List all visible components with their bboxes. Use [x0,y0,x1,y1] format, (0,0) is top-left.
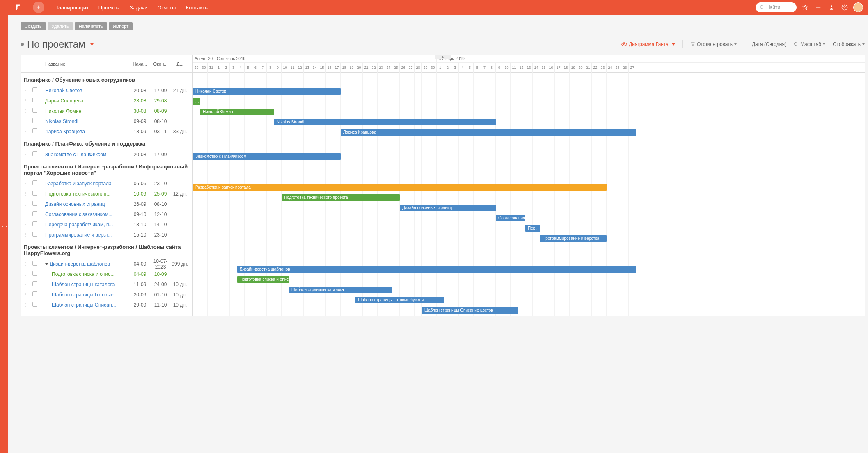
drag-handle[interactable]: ⋮⋮ [24,98,30,103]
expand-toggle[interactable] [45,263,48,265]
nav-Задачи[interactable]: Задачи [125,5,153,11]
gantt-bar[interactable]: Дизайн основных страниц [400,205,496,211]
row-checkbox[interactable] [32,180,37,185]
gantt-bar[interactable]: Подготовка технического проекта [282,194,400,201]
drag-handle[interactable]: ⋮⋮ [24,109,30,113]
add-button[interactable]: + [33,2,44,13]
nav-Отчеты[interactable]: Отчеты [152,5,181,11]
nav-Проекты[interactable]: Проекты [94,5,125,11]
gantt-bar[interactable]: Шаблон страницы каталога [289,287,392,293]
task-name[interactable]: Программирование и верст... [40,232,130,238]
drag-handle[interactable]: ⋮⋮ [24,222,30,227]
gantt-bar[interactable]: Николай Фомин [200,109,274,115]
task-name[interactable]: Дизайн-верстка шаблонов [40,261,130,267]
row-checkbox[interactable] [32,211,37,216]
drag-handle[interactable]: ⋮⋮ [24,272,30,276]
gantt-bar[interactable]: ... [193,98,200,105]
gantt-bar[interactable]: Лариса Кравцова [341,129,636,136]
gantt-bar[interactable]: Согласования... [496,215,525,221]
row-checkbox[interactable] [32,232,37,237]
drag-handle[interactable]: ⋮⋮ [24,303,30,307]
gantt-bar[interactable]: Знакомство с ПланФиксом [193,153,341,160]
help-icon[interactable] [840,3,849,12]
task-name[interactable]: Разработка и запуск портала [40,181,130,187]
task-name[interactable]: Подготовка технического п... [40,191,130,197]
drag-handle[interactable]: ⋮⋮ [24,292,30,297]
drag-handle[interactable]: ⋮⋮ [24,181,30,186]
row-checkbox[interactable] [32,98,37,102]
task-name[interactable]: Знакомство с ПланФиксом [40,152,130,157]
row-checkbox[interactable] [32,87,37,92]
row-checkbox[interactable] [32,291,37,296]
col-dur[interactable]: Д... [176,61,183,67]
drag-handle[interactable]: ⋮⋮ [24,282,30,287]
page-title[interactable]: По проектам [21,39,94,50]
task-name[interactable]: Шаблон страницы Описан... [40,302,130,308]
date-button[interactable]: Дата (Сегодня) [752,41,786,47]
drag-handle[interactable]: ⋮⋮ [24,262,30,266]
task-name[interactable]: Лариса Кравцова [40,129,130,134]
collapse-handle[interactable]: ▲ [435,55,451,59]
row-checkbox[interactable] [32,191,37,196]
nav-Планировщик[interactable]: Планировщик [49,5,94,11]
task-name[interactable]: Согласования с заказчиком... [40,212,130,217]
row-checkbox[interactable] [32,221,37,226]
nav-Контакты[interactable]: Контакты [181,5,213,11]
gantt-bar[interactable]: Программирование и верстка [540,235,607,242]
row-checkbox[interactable] [32,281,37,286]
col-end[interactable]: Окон... [153,61,168,67]
task-name[interactable]: Подготовка списка и опис... [40,271,130,277]
side-expand-dots[interactable]: ⋮ [2,223,8,230]
delete-button[interactable]: Удалить [48,22,73,30]
rocket-icon[interactable] [827,3,836,12]
display-button[interactable]: Отображать [833,41,865,47]
row-checkbox[interactable] [32,118,37,123]
drag-handle[interactable]: ⋮⋮ [24,191,30,196]
select-all-checkbox[interactable] [30,61,34,66]
menu-icon[interactable] [814,3,823,12]
gantt-bar[interactable]: Николай Светов [193,88,341,95]
drag-handle[interactable]: ⋮⋮ [24,202,30,206]
task-name[interactable]: Николай Светов [40,88,130,93]
task-name[interactable]: Дизайн основных страниц [40,201,130,207]
search-input[interactable]: Найти [756,2,797,12]
day-cell: 25 [392,63,400,73]
logo[interactable] [8,0,28,15]
gantt-bar[interactable]: Шаблон страницы Готовые букеты [355,297,444,303]
row-checkbox[interactable] [32,261,37,266]
drag-handle[interactable]: ⋮⋮ [24,119,30,123]
drag-handle[interactable]: ⋮⋮ [24,129,30,134]
drag-handle[interactable]: ⋮⋮ [24,88,30,93]
row-checkbox[interactable] [32,128,37,133]
task-name[interactable]: Шаблон страницы Готовые... [40,292,130,298]
gantt-bar[interactable]: Шаблон страницы Описание цветов [422,307,518,314]
view-gantt[interactable]: Диаграмма Ганта [621,41,675,47]
create-button[interactable]: Создать [21,22,46,30]
task-name[interactable]: Николай Фомин [40,108,130,114]
row-checkbox[interactable] [32,151,37,156]
print-button[interactable]: Напечатать [75,22,107,30]
user-avatar[interactable] [853,2,863,12]
row-checkbox[interactable] [32,302,37,307]
gantt-bar[interactable]: Nikolas Strondl [274,119,496,125]
row-checkbox[interactable] [32,201,37,206]
gantt-bar[interactable]: Дизайн-верстка шаблонов [237,266,636,273]
task-name[interactable]: Nikolas Strondl [40,118,130,124]
row-checkbox[interactable] [32,108,37,113]
gantt-bar[interactable]: Подготовка списка и описа... [237,276,289,283]
drag-handle[interactable]: ⋮⋮ [24,212,30,216]
col-name[interactable]: Название [45,61,65,67]
task-name[interactable]: Передача разработчикам, п... [40,222,130,228]
filter-button[interactable]: Отфильтровать [690,41,737,47]
gantt-bar[interactable]: Пер... [525,225,540,232]
task-name[interactable]: Шаблон страницы каталога [40,282,130,287]
row-checkbox[interactable] [32,271,37,276]
scale-button[interactable]: Масштаб [794,41,825,47]
task-name[interactable]: Дарья Солнцева [40,98,130,104]
star-icon[interactable] [801,3,810,12]
drag-handle[interactable]: ⋮⋮ [24,232,30,237]
drag-handle[interactable]: ⋮⋮ [24,152,30,157]
gantt-bar[interactable]: Разработка и запуск портала [193,184,607,191]
import-button[interactable]: Импорт [109,22,133,30]
col-start[interactable]: Нача... [133,61,147,67]
